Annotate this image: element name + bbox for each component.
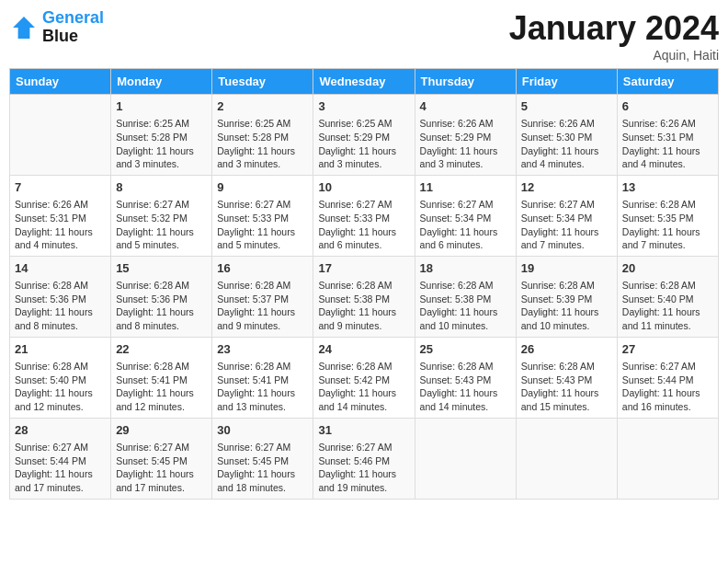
- day-number: 22: [116, 341, 207, 358]
- calendar-cell: 26Sunrise: 6:28 AM Sunset: 5:43 PM Dayli…: [516, 337, 617, 418]
- calendar-cell: 17Sunrise: 6:28 AM Sunset: 5:38 PM Dayli…: [313, 256, 415, 337]
- calendar-cell: 30Sunrise: 6:27 AM Sunset: 5:45 PM Dayli…: [212, 418, 313, 499]
- day-info: Sunrise: 6:25 AM Sunset: 5:28 PM Dayligh…: [217, 117, 308, 171]
- day-header: Wednesday: [313, 69, 415, 95]
- calendar-cell: 19Sunrise: 6:28 AM Sunset: 5:39 PM Dayli…: [516, 256, 617, 337]
- day-number: 1: [116, 98, 207, 115]
- logo-icon: [9, 13, 39, 42]
- title-block: January 2024 Aquin, Haiti: [509, 9, 719, 63]
- logo: General Blue: [9, 9, 104, 46]
- page-header: General Blue January 2024 Aquin, Haiti: [9, 9, 719, 63]
- day-number: 15: [116, 260, 207, 277]
- calendar-cell: 23Sunrise: 6:28 AM Sunset: 5:41 PM Dayli…: [212, 337, 313, 418]
- day-number: 12: [521, 179, 612, 196]
- day-info: Sunrise: 6:28 AM Sunset: 5:35 PM Dayligh…: [622, 198, 713, 252]
- day-number: 9: [217, 179, 308, 196]
- calendar-cell: [415, 418, 516, 499]
- svg-marker-0: [13, 17, 35, 39]
- day-number: 25: [420, 341, 511, 358]
- day-number: 20: [622, 260, 713, 277]
- day-header: Sunday: [10, 69, 111, 95]
- day-number: 29: [116, 422, 207, 439]
- calendar-cell: 8Sunrise: 6:27 AM Sunset: 5:32 PM Daylig…: [111, 175, 212, 256]
- location: Aquin, Haiti: [509, 48, 719, 63]
- day-number: 31: [318, 422, 409, 439]
- day-info: Sunrise: 6:28 AM Sunset: 5:41 PM Dayligh…: [116, 360, 207, 414]
- day-number: 8: [116, 179, 207, 196]
- calendar-cell: 5Sunrise: 6:26 AM Sunset: 5:30 PM Daylig…: [516, 95, 617, 176]
- calendar-cell: 28Sunrise: 6:27 AM Sunset: 5:44 PM Dayli…: [10, 418, 111, 499]
- calendar-cell: [617, 418, 718, 499]
- calendar-cell: 1Sunrise: 6:25 AM Sunset: 5:28 PM Daylig…: [111, 95, 212, 176]
- calendar-week-row: 1Sunrise: 6:25 AM Sunset: 5:28 PM Daylig…: [10, 95, 719, 176]
- calendar-week-row: 21Sunrise: 6:28 AM Sunset: 5:40 PM Dayli…: [10, 337, 719, 418]
- day-info: Sunrise: 6:26 AM Sunset: 5:31 PM Dayligh…: [622, 117, 713, 171]
- day-number: 10: [318, 179, 409, 196]
- day-info: Sunrise: 6:28 AM Sunset: 5:43 PM Dayligh…: [521, 360, 612, 414]
- day-number: 26: [521, 341, 612, 358]
- day-info: Sunrise: 6:28 AM Sunset: 5:37 PM Dayligh…: [217, 279, 308, 333]
- day-info: Sunrise: 6:26 AM Sunset: 5:31 PM Dayligh…: [15, 198, 106, 252]
- calendar-cell: 12Sunrise: 6:27 AM Sunset: 5:34 PM Dayli…: [516, 175, 617, 256]
- day-number: 5: [521, 98, 612, 115]
- day-info: Sunrise: 6:27 AM Sunset: 5:32 PM Dayligh…: [116, 198, 207, 252]
- day-info: Sunrise: 6:25 AM Sunset: 5:29 PM Dayligh…: [318, 117, 409, 171]
- calendar-cell: 21Sunrise: 6:28 AM Sunset: 5:40 PM Dayli…: [10, 337, 111, 418]
- day-info: Sunrise: 6:26 AM Sunset: 5:29 PM Dayligh…: [420, 117, 511, 171]
- calendar-cell: 31Sunrise: 6:27 AM Sunset: 5:46 PM Dayli…: [313, 418, 415, 499]
- calendar-cell: 14Sunrise: 6:28 AM Sunset: 5:36 PM Dayli…: [10, 256, 111, 337]
- day-info: Sunrise: 6:28 AM Sunset: 5:36 PM Dayligh…: [15, 279, 106, 333]
- calendar-cell: 15Sunrise: 6:28 AM Sunset: 5:36 PM Dayli…: [111, 256, 212, 337]
- calendar-cell: 10Sunrise: 6:27 AM Sunset: 5:33 PM Dayli…: [313, 175, 415, 256]
- calendar-table: SundayMondayTuesdayWednesdayThursdayFrid…: [9, 68, 719, 500]
- day-number: 24: [318, 341, 409, 358]
- calendar-week-row: 7Sunrise: 6:26 AM Sunset: 5:31 PM Daylig…: [10, 175, 719, 256]
- day-number: 13: [622, 179, 713, 196]
- day-info: Sunrise: 6:27 AM Sunset: 5:44 PM Dayligh…: [15, 441, 106, 495]
- day-info: Sunrise: 6:28 AM Sunset: 5:42 PM Dayligh…: [318, 360, 409, 414]
- calendar-cell: 29Sunrise: 6:27 AM Sunset: 5:45 PM Dayli…: [111, 418, 212, 499]
- calendar-cell: 6Sunrise: 6:26 AM Sunset: 5:31 PM Daylig…: [617, 95, 718, 176]
- day-info: Sunrise: 6:27 AM Sunset: 5:46 PM Dayligh…: [318, 441, 409, 495]
- day-number: 6: [622, 98, 713, 115]
- calendar-cell: [10, 95, 111, 176]
- day-number: 27: [622, 341, 713, 358]
- calendar-week-row: 28Sunrise: 6:27 AM Sunset: 5:44 PM Dayli…: [10, 418, 719, 499]
- day-info: Sunrise: 6:27 AM Sunset: 5:34 PM Dayligh…: [420, 198, 511, 252]
- day-info: Sunrise: 6:28 AM Sunset: 5:38 PM Dayligh…: [420, 279, 511, 333]
- calendar-cell: 11Sunrise: 6:27 AM Sunset: 5:34 PM Dayli…: [415, 175, 516, 256]
- day-info: Sunrise: 6:25 AM Sunset: 5:28 PM Dayligh…: [116, 117, 207, 171]
- calendar-cell: 18Sunrise: 6:28 AM Sunset: 5:38 PM Dayli…: [415, 256, 516, 337]
- day-info: Sunrise: 6:27 AM Sunset: 5:44 PM Dayligh…: [622, 360, 713, 414]
- day-header: Tuesday: [212, 69, 313, 95]
- calendar-header-row: SundayMondayTuesdayWednesdayThursdayFrid…: [10, 69, 719, 95]
- day-number: 16: [217, 260, 308, 277]
- calendar-cell: 4Sunrise: 6:26 AM Sunset: 5:29 PM Daylig…: [415, 95, 516, 176]
- day-number: 4: [420, 98, 511, 115]
- day-number: 18: [420, 260, 511, 277]
- day-info: Sunrise: 6:27 AM Sunset: 5:33 PM Dayligh…: [318, 198, 409, 252]
- day-info: Sunrise: 6:28 AM Sunset: 5:43 PM Dayligh…: [420, 360, 511, 414]
- calendar-cell: 22Sunrise: 6:28 AM Sunset: 5:41 PM Dayli…: [111, 337, 212, 418]
- day-info: Sunrise: 6:27 AM Sunset: 5:45 PM Dayligh…: [217, 441, 308, 495]
- day-number: 11: [420, 179, 511, 196]
- calendar-cell: 9Sunrise: 6:27 AM Sunset: 5:33 PM Daylig…: [212, 175, 313, 256]
- calendar-week-row: 14Sunrise: 6:28 AM Sunset: 5:36 PM Dayli…: [10, 256, 719, 337]
- day-header: Thursday: [415, 69, 516, 95]
- day-header: Monday: [111, 69, 212, 95]
- calendar-cell: [516, 418, 617, 499]
- day-info: Sunrise: 6:28 AM Sunset: 5:39 PM Dayligh…: [521, 279, 612, 333]
- day-number: 14: [15, 260, 106, 277]
- day-info: Sunrise: 6:27 AM Sunset: 5:34 PM Dayligh…: [521, 198, 612, 252]
- day-number: 28: [15, 422, 106, 439]
- calendar-cell: 2Sunrise: 6:25 AM Sunset: 5:28 PM Daylig…: [212, 95, 313, 176]
- calendar-cell: 13Sunrise: 6:28 AM Sunset: 5:35 PM Dayli…: [617, 175, 718, 256]
- day-info: Sunrise: 6:28 AM Sunset: 5:40 PM Dayligh…: [15, 360, 106, 414]
- day-info: Sunrise: 6:28 AM Sunset: 5:41 PM Dayligh…: [217, 360, 308, 414]
- day-info: Sunrise: 6:26 AM Sunset: 5:30 PM Dayligh…: [521, 117, 612, 171]
- calendar-cell: 24Sunrise: 6:28 AM Sunset: 5:42 PM Dayli…: [313, 337, 415, 418]
- day-info: Sunrise: 6:28 AM Sunset: 5:36 PM Dayligh…: [116, 279, 207, 333]
- day-number: 30: [217, 422, 308, 439]
- day-number: 7: [15, 179, 106, 196]
- month-title: January 2024: [509, 9, 719, 48]
